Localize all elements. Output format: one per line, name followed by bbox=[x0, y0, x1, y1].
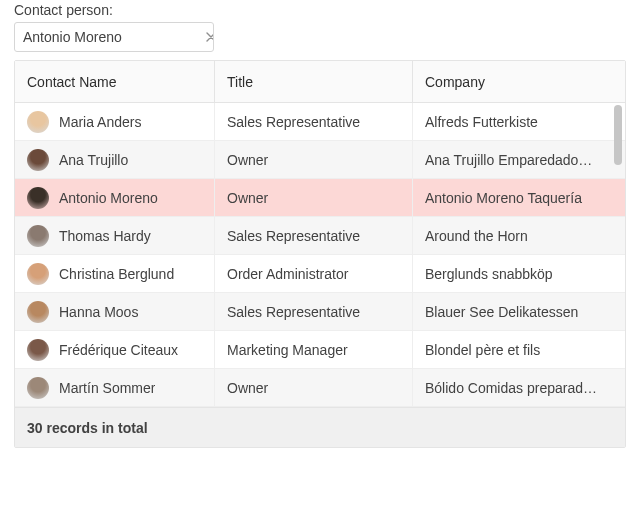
table-row[interactable]: Ana TrujilloOwnerAna Trujillo Emparedado… bbox=[15, 141, 625, 179]
table-row[interactable]: Frédérique CiteauxMarketing ManagerBlond… bbox=[15, 331, 625, 369]
contact-combobox[interactable] bbox=[14, 22, 214, 52]
contact-name: Ana Trujillo bbox=[59, 152, 128, 168]
cell-name: Martín Sommer bbox=[15, 369, 215, 406]
avatar bbox=[27, 225, 49, 247]
cell-name: Thomas Hardy bbox=[15, 217, 215, 254]
field-label: Contact person: bbox=[14, 2, 627, 18]
cell-company: Alfreds Futterkiste bbox=[413, 103, 609, 140]
cell-title: Marketing Manager bbox=[215, 331, 413, 368]
clear-icon[interactable] bbox=[206, 23, 214, 51]
table-row[interactable]: Hanna MoosSales RepresentativeBlauer See… bbox=[15, 293, 625, 331]
cell-name: Frédérique Citeaux bbox=[15, 331, 215, 368]
avatar bbox=[27, 377, 49, 399]
cell-name: Ana Trujillo bbox=[15, 141, 215, 178]
contact-name: Frédérique Citeaux bbox=[59, 342, 178, 358]
avatar bbox=[27, 149, 49, 171]
contact-name: Hanna Moos bbox=[59, 304, 138, 320]
cell-company: Antonio Moreno Taquería bbox=[413, 179, 609, 216]
cell-title: Sales Representative bbox=[215, 103, 413, 140]
grid-header: Contact Name Title Company bbox=[15, 61, 625, 103]
table-row[interactable]: Thomas HardySales RepresentativeAround t… bbox=[15, 217, 625, 255]
cell-company: Blauer See Delikatessen bbox=[413, 293, 609, 330]
contact-name: Christina Berglund bbox=[59, 266, 174, 282]
avatar bbox=[27, 187, 49, 209]
cell-name: Hanna Moos bbox=[15, 293, 215, 330]
cell-title: Owner bbox=[215, 369, 413, 406]
grid-footer: 30 records in total bbox=[15, 407, 625, 447]
table-row[interactable]: Christina BerglundOrder AdministratorBer… bbox=[15, 255, 625, 293]
contact-input[interactable] bbox=[15, 23, 206, 51]
cell-company: Ana Trujillo Emparedados… bbox=[413, 141, 609, 178]
column-header-title[interactable]: Title bbox=[215, 61, 413, 102]
cell-title: Owner bbox=[215, 179, 413, 216]
cell-company: Bólido Comidas preparad… bbox=[413, 369, 609, 406]
cell-company: Berglunds snabbköp bbox=[413, 255, 609, 292]
cell-company: Around the Horn bbox=[413, 217, 609, 254]
column-header-name[interactable]: Contact Name bbox=[15, 61, 215, 102]
cell-title: Owner bbox=[215, 141, 413, 178]
column-header-company[interactable]: Company bbox=[413, 61, 609, 102]
cell-title: Sales Representative bbox=[215, 217, 413, 254]
avatar bbox=[27, 263, 49, 285]
cell-name: Christina Berglund bbox=[15, 255, 215, 292]
table-row[interactable]: Maria AndersSales RepresentativeAlfreds … bbox=[15, 103, 625, 141]
cell-company: Blondel père et fils bbox=[413, 331, 609, 368]
contacts-grid: Contact Name Title Company Maria AndersS… bbox=[14, 60, 626, 448]
contact-name: Thomas Hardy bbox=[59, 228, 151, 244]
contact-name: Maria Anders bbox=[59, 114, 141, 130]
scroll-thumb[interactable] bbox=[614, 105, 622, 165]
avatar bbox=[27, 301, 49, 323]
avatar bbox=[27, 111, 49, 133]
cell-title: Sales Representative bbox=[215, 293, 413, 330]
table-row[interactable]: Martín SommerOwnerBólido Comidas prepara… bbox=[15, 369, 625, 407]
contact-name: Martín Sommer bbox=[59, 380, 155, 396]
cell-title: Order Administrator bbox=[215, 255, 413, 292]
grid-body: Maria AndersSales RepresentativeAlfreds … bbox=[15, 103, 625, 407]
cell-name: Antonio Moreno bbox=[15, 179, 215, 216]
table-row[interactable]: Antonio MorenoOwnerAntonio Moreno Taquer… bbox=[15, 179, 625, 217]
cell-name: Maria Anders bbox=[15, 103, 215, 140]
scrollbar[interactable] bbox=[611, 103, 625, 407]
contact-name: Antonio Moreno bbox=[59, 190, 158, 206]
avatar bbox=[27, 339, 49, 361]
